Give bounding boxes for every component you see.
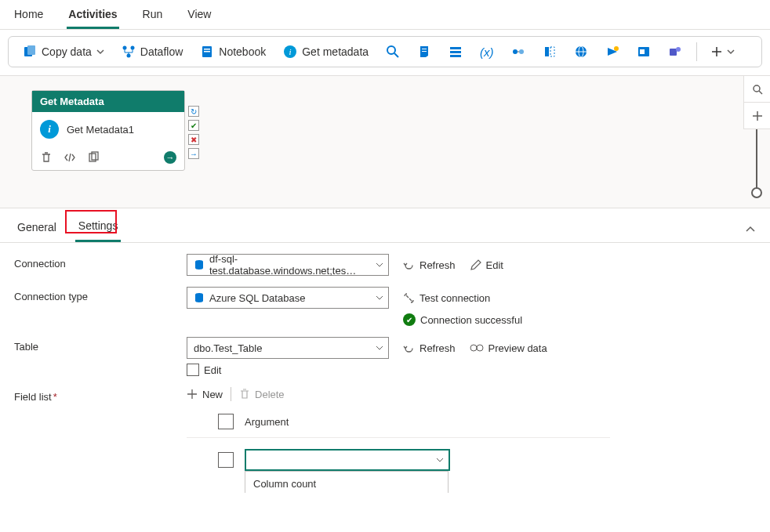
- new-field-button[interactable]: New: [187, 389, 223, 400]
- copy-data-button[interactable]: Copy data: [16, 42, 111, 62]
- argument-select[interactable]: [245, 449, 450, 471]
- script-icon: [417, 45, 431, 59]
- svg-rect-11: [422, 49, 427, 49]
- tab-activities[interactable]: Activities: [67, 5, 118, 29]
- node-connectors: ↻ ✔ ✖ →: [188, 106, 199, 159]
- success-check-icon: ✔: [403, 313, 416, 326]
- outlook-button[interactable]: [630, 42, 657, 62]
- list-button[interactable]: [442, 42, 469, 62]
- table-value: dbo.Test_Table: [194, 342, 262, 354]
- lookup-button[interactable]: [505, 42, 532, 62]
- lookup-icon: [511, 45, 525, 59]
- tab-run[interactable]: Run: [141, 5, 165, 29]
- tab-settings[interactable]: Settings: [75, 216, 122, 242]
- activity-node-title: Get Metadata: [32, 91, 184, 112]
- argument-column-header: Argument: [245, 416, 289, 428]
- delete-icon[interactable]: [40, 151, 53, 164]
- database-icon: [194, 292, 205, 303]
- notebook-icon: [200, 45, 214, 59]
- svg-rect-15: [450, 55, 461, 57]
- plus-icon: [187, 389, 198, 400]
- connection-dropdown[interactable]: df-sql-test.database.windows.net;tes…: [187, 254, 389, 276]
- activity-node[interactable]: Get Metadata i Get Metadata1 →: [31, 90, 185, 171]
- svg-rect-24: [640, 49, 645, 54]
- canvas-add-button[interactable]: [743, 103, 770, 129]
- dataflow-button[interactable]: Dataflow: [115, 42, 189, 62]
- run-arrow-icon[interactable]: →: [164, 151, 176, 164]
- webhook-button[interactable]: [599, 42, 626, 62]
- teams-button[interactable]: [662, 42, 688, 62]
- row-checkbox[interactable]: [218, 452, 234, 468]
- web-button[interactable]: [568, 42, 594, 62]
- svg-point-26: [676, 47, 681, 52]
- connector-skip[interactable]: →: [188, 148, 199, 159]
- search-button[interactable]: [380, 42, 406, 62]
- script-button[interactable]: [411, 42, 438, 62]
- svg-rect-25: [670, 49, 677, 56]
- connector-success[interactable]: ✔: [188, 120, 199, 131]
- svg-point-10: [387, 46, 395, 54]
- plus-icon: [711, 46, 722, 57]
- pipeline-canvas[interactable]: Get Metadata i Get Metadata1 → ↻ ✔ ✖ →: [0, 75, 770, 208]
- teams-icon: [668, 45, 682, 59]
- get-metadata-label: Get metadata: [302, 45, 369, 58]
- chevron-down-icon: [436, 456, 444, 464]
- edit-connection-button[interactable]: Edit: [470, 259, 503, 271]
- copy-icon[interactable]: [87, 151, 100, 164]
- svg-rect-1: [27, 45, 35, 55]
- tab-view[interactable]: View: [186, 5, 212, 29]
- preview-data-button[interactable]: Preview data: [470, 342, 547, 354]
- table-dropdown[interactable]: dbo.Test_Table: [187, 337, 389, 359]
- connector-loop[interactable]: ↻: [188, 106, 199, 117]
- code-icon[interactable]: [64, 151, 76, 164]
- connector-fail[interactable]: ✖: [188, 134, 199, 145]
- activity-node-body: i Get Metadata1: [32, 112, 184, 147]
- add-activity-button[interactable]: [705, 43, 741, 60]
- edit-checkbox-label: Edit: [204, 364, 221, 376]
- chevron-down-icon: [376, 261, 383, 269]
- svg-point-16: [513, 49, 518, 54]
- top-tabs: Home Activities Run View: [0, 0, 770, 30]
- svg-point-4: [126, 54, 130, 58]
- select-all-checkbox[interactable]: [218, 414, 234, 429]
- trash-icon: [239, 389, 250, 400]
- svg-rect-12: [422, 51, 427, 52]
- until-button[interactable]: [536, 42, 563, 62]
- field-list-label: Field list*: [14, 387, 187, 403]
- refresh-table-button[interactable]: Refresh: [403, 342, 456, 354]
- notebook-button[interactable]: Notebook: [194, 42, 272, 62]
- refresh-icon: [403, 342, 415, 354]
- preview-icon: [470, 343, 484, 353]
- edit-table-checkbox[interactable]: [187, 364, 199, 376]
- svg-rect-18: [545, 47, 549, 56]
- test-connection-icon: [403, 292, 415, 304]
- svg-point-2: [122, 46, 126, 50]
- settings-form: Connection df-sql-test.database.windows.…: [0, 243, 770, 493]
- toolbar-separator: [696, 42, 697, 61]
- canvas-search-button[interactable]: [743, 76, 770, 103]
- zoom-slider-handle[interactable]: [751, 187, 762, 198]
- database-icon: [194, 259, 205, 270]
- get-metadata-button[interactable]: i Get metadata: [277, 42, 375, 62]
- refresh-connection-button[interactable]: Refresh: [403, 259, 456, 271]
- collapse-panel-button[interactable]: [745, 224, 756, 235]
- get-metadata-icon: i: [283, 45, 297, 59]
- dataflow-label: Dataflow: [140, 45, 183, 58]
- tab-general[interactable]: General: [14, 218, 60, 241]
- svg-text:i: i: [289, 47, 292, 56]
- svg-point-17: [519, 49, 524, 54]
- list-icon: [449, 45, 463, 59]
- tab-home[interactable]: Home: [13, 5, 45, 29]
- svg-point-22: [614, 46, 619, 51]
- zoom-slider-track[interactable]: [756, 129, 757, 189]
- connection-type-dropdown[interactable]: Azure SQL Database: [187, 287, 389, 309]
- action-divider: [231, 387, 231, 401]
- chevron-down-icon: [727, 48, 735, 56]
- variable-button[interactable]: (x): [474, 42, 500, 62]
- delete-field-button[interactable]: Delete: [239, 389, 285, 400]
- argument-option[interactable]: Column count: [245, 472, 448, 493]
- notebook-label: Notebook: [219, 45, 266, 58]
- connection-status: ✔ Connection successful: [403, 313, 522, 326]
- connection-type-label: Connection type: [14, 287, 187, 302]
- test-connection-button[interactable]: Test connection: [403, 292, 490, 304]
